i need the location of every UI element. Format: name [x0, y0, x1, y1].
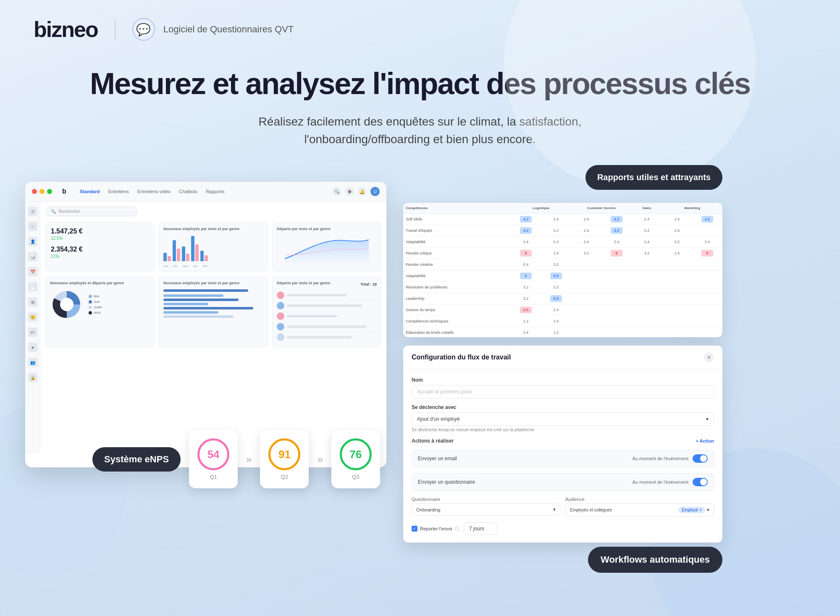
tag-label: Employé: [682, 508, 698, 512]
traffic-lights: [32, 189, 52, 194]
sidebar-grid[interactable]: ⊞: [28, 297, 37, 307]
cell: 3.2: [550, 261, 562, 268]
nav-rapports[interactable]: Rapports: [206, 189, 225, 194]
bell-icon[interactable]: 🔔: [358, 187, 366, 196]
horizontal-bars: [163, 288, 263, 320]
score-circle-q1: 54: [197, 438, 229, 470]
cell: 2.4: [641, 239, 653, 245]
hero-subtitle-line1: Réalisez facilement des enquêtes sur le …: [259, 115, 582, 128]
audience-select[interactable]: Employés et collègues Employé × ▾: [565, 503, 714, 516]
questionnaire-value: Onboarding: [416, 507, 441, 512]
cell: 2.4: [580, 216, 592, 223]
row-label: Résolution de problèmes: [403, 282, 511, 293]
workflow-title: Configuration du flux de travail: [412, 354, 511, 361]
hero-subtitle: Réalisez facilement des enquêtes sur le …: [84, 113, 756, 148]
line-chart-title: Départs par mois et par genre: [277, 227, 377, 231]
nav-video[interactable]: Entretiens vidéo: [137, 189, 171, 194]
cell: 4.2: [611, 216, 622, 223]
actions-header: Actions à réaliser + Action: [412, 438, 714, 444]
svg-point-1: [60, 298, 74, 311]
action-row-1: Envoyer un email Au moment de l'événemen…: [412, 450, 714, 467]
dashboard-nav[interactable]: Standard Entretiens Entretiens vidéo Cha…: [80, 189, 225, 194]
sidebar-send[interactable]: ➤: [28, 343, 37, 352]
table-row: Gestion du temps 0.5 2.4: [403, 304, 722, 316]
delay-label: Reporter l'envoi: [420, 526, 452, 531]
metric2-value: 2.354,32 €: [51, 246, 149, 253]
user-avatar[interactable]: U: [370, 187, 380, 196]
nav-standard[interactable]: Standard: [80, 189, 100, 194]
action1-time: Au moment de l'événement: [632, 456, 688, 461]
sidebar-home[interactable]: ⊙: [28, 207, 37, 216]
pie-chart-card: Nouveaux employés et départs par genre: [45, 276, 155, 347]
table-row: Travail d'équipe 4.2 4.2 2.4 4.2 4.2 2.4: [403, 225, 722, 236]
delay-checkbox[interactable]: ✓: [412, 526, 417, 532]
report-delay-section: ✓ Reporter l'envoi ⓘ 7 jours: [412, 522, 714, 535]
cell: 8: [520, 250, 532, 257]
cell: 1.2: [520, 318, 532, 325]
line-chart: [277, 233, 377, 263]
questionnaire-select[interactable]: Onboarding ▾: [412, 503, 560, 516]
cell: 4.2: [520, 227, 532, 234]
nav-entretiens[interactable]: Entretiens: [108, 189, 129, 194]
sidebar-star[interactable]: ☆: [28, 222, 37, 231]
search-bar[interactable]: 🔍 Rechercher: [45, 207, 138, 216]
add-action-button[interactable]: + Action: [696, 438, 714, 443]
metric1-change: 12.5%: [51, 236, 149, 241]
reports-badge: Rapports utiles et attrayants: [585, 165, 722, 190]
score-label-q1: Q1: [197, 474, 229, 480]
brand-subtitle: Logiciel de Questionnaires QVT: [163, 24, 294, 35]
col-logistique: Logistique: [511, 203, 571, 214]
cell: 3.2: [520, 284, 532, 291]
pie-chart-title: Nouveaux employés et départs par genre: [50, 281, 150, 285]
enps-badge: Système eNPS: [92, 447, 181, 472]
cell: 6: [611, 250, 622, 257]
dashboard-logo: b: [62, 188, 66, 195]
workflow-header: Configuration du flux de travail ×: [403, 346, 722, 370]
settings-icon[interactable]: ⚙: [345, 187, 354, 196]
trigger-select[interactable]: Ajout d'un employé ▾: [412, 412, 714, 426]
sidebar-users[interactable]: 👤: [28, 237, 37, 246]
search-icon[interactable]: 🔍: [333, 187, 341, 196]
sidebar-doc[interactable]: 📄: [28, 282, 37, 291]
row-label: Adaptabilité: [403, 236, 511, 248]
sidebar-person[interactable]: 🙂: [28, 312, 37, 322]
chevron-down-icon-3: ▾: [707, 507, 709, 513]
list-total: Total : 18: [360, 282, 377, 286]
table-row: Pensée créative 0.4 3.2: [403, 259, 722, 270]
sidebar-calendar[interactable]: 📅: [28, 267, 37, 276]
cell: 2.4: [671, 250, 683, 257]
workflow-close-button[interactable]: ×: [704, 352, 714, 362]
nav-chatbots[interactable]: Chatbots: [179, 189, 197, 194]
row-label: Leadership: [403, 293, 511, 304]
sidebar-chart[interactable]: 📊: [28, 252, 37, 261]
dashboard-topbar: b Standard Entretiens Entretiens vidéo C…: [25, 182, 386, 202]
tag-remove-icon[interactable]: ×: [699, 508, 702, 512]
sidebar-tag[interactable]: 🏷: [28, 328, 37, 337]
col-marketing: Marketing: [662, 203, 722, 214]
cell: 2.4: [611, 239, 622, 245]
sidebar-user2[interactable]: 👥: [28, 358, 37, 367]
dashboard-panel: b Standard Entretiens Entretiens vidéo C…: [25, 182, 386, 467]
table-row: Adaptabilité 5 6.6: [403, 270, 722, 282]
cell: 4.2: [701, 216, 713, 223]
score-label-q3: Q3: [340, 474, 372, 480]
enps-section: Système eNPS 54 Q1 » 91 Q2 » 76 Q3: [92, 430, 380, 488]
delay-input[interactable]: 7 jours: [464, 522, 497, 535]
bar-chart-2-title: Nouveaux employés par mois et par genre: [163, 281, 263, 285]
name-input[interactable]: Accueil et premiers jours: [412, 385, 714, 398]
logo-separator: [115, 19, 116, 40]
col-sales: Sales: [632, 203, 662, 214]
dashboard-body: ⊙ ☆ 👤 📊 📅 📄 ⊞ 🙂 🏷 ➤ 👥 🔒: [25, 202, 386, 453]
sidebar-lock[interactable]: 🔒: [28, 373, 37, 382]
action2-toggle[interactable]: [693, 478, 708, 486]
actions-label: Actions à réaliser: [412, 438, 454, 444]
hero-subtitle-line2: l'onboarding/offboarding et bien plus en…: [304, 133, 536, 146]
action-row-2: Envoyer un questionnaire Au moment de l'…: [412, 473, 714, 491]
chevron-down-icon-2: ▾: [553, 507, 556, 512]
row-label: Adaptabilité: [403, 270, 511, 282]
workflows-badge-container: Workflows automatiques: [588, 551, 722, 573]
list-items: [277, 290, 377, 343]
action1-toggle[interactable]: [693, 454, 708, 463]
audience-label: Audience: [565, 497, 714, 502]
cell: 2.4: [550, 307, 562, 313]
